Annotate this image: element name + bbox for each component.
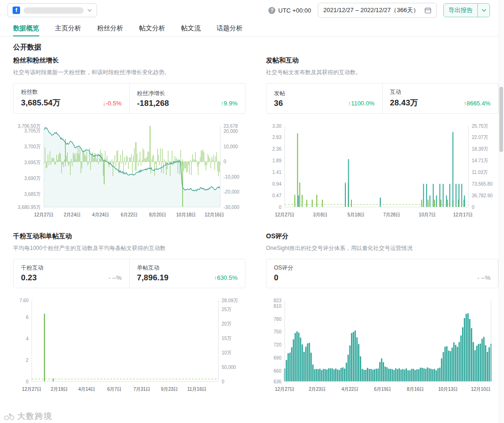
- watermark: 大数跨境: [4, 411, 53, 422]
- svg-text:12月27日: 12月27日: [34, 212, 54, 217]
- panel-description: 社交号该时段最新一天粉丝数，和该时段粉丝净增长变化趋势。: [13, 69, 245, 76]
- svg-text:20,000: 20,000: [224, 129, 238, 134]
- fans-growth-chart[interactable]: 3,706.50万3,705万3,700万3,695万3,690万3,685万3…: [13, 121, 245, 220]
- svg-text:7月31日: 7月31日: [133, 387, 151, 392]
- stat-card: 发帖 36 ↑1100.0% 互动 28.43万 ↑8665.4%: [266, 83, 498, 114]
- tab-fans-analysis[interactable]: 粉丝分析: [97, 21, 123, 36]
- tab-topic-analysis[interactable]: 话题分析: [217, 21, 243, 36]
- timezone-label: UTC +00:00: [278, 7, 311, 14]
- stat-per-1000-fans: 千粉互动 0.23 - --%: [14, 259, 129, 288]
- svg-text:2: 2: [26, 358, 28, 363]
- svg-text:2月24日: 2月24日: [64, 212, 81, 217]
- panel-grid: 粉丝和粉丝增长 社交号该时段最新一天粉丝数，和该时段粉丝净增长变化趋势。 粉丝数…: [13, 56, 491, 395]
- watermark-logo-icon: [4, 412, 15, 421]
- svg-text:3,685万: 3,685万: [24, 192, 41, 197]
- export-options-button[interactable]: [477, 4, 490, 17]
- svg-text:810: 810: [273, 304, 281, 309]
- stat-value: 28.43万: [390, 97, 419, 108]
- stat-delta: - --%: [108, 274, 121, 283]
- svg-text:1.89: 1.89: [273, 158, 282, 163]
- svg-text:0: 0: [279, 205, 281, 210]
- svg-text:25.75万: 25.75万: [472, 124, 488, 129]
- svg-text:-20,000: -20,000: [224, 189, 239, 194]
- date-range-label: 2021/12/27 – 2022/12/27（366天）: [323, 6, 419, 14]
- svg-text:0.94: 0.94: [273, 181, 282, 187]
- stat-delta: ↑8665.4%: [463, 100, 490, 108]
- svg-text:3,695万: 3,695万: [24, 160, 41, 165]
- svg-text:14.71万: 14.71万: [472, 158, 488, 163]
- stat-card: 粉丝数 3,685.54万 ↓-0.5% 粉丝净增长 -181,268 ↑9.9…: [13, 83, 245, 114]
- svg-text:4月22日: 4月22日: [342, 387, 359, 392]
- svg-text:20万: 20万: [222, 321, 231, 326]
- svg-text:6月7日: 6月7日: [107, 387, 122, 392]
- stat-card: 千粉互动 0.23 - --% 单帖互动 7,896.19 ↑630.5%: [13, 259, 245, 288]
- svg-text:750: 750: [273, 329, 281, 334]
- scrollbar[interactable]: [498, 0, 504, 423]
- svg-text:10月7日: 10月7日: [419, 212, 436, 217]
- per-fan-engagement-chart[interactable]: 7.60642028.09万25万20万15万10万50,000012月27日2…: [13, 296, 245, 395]
- svg-text:780: 780: [273, 317, 281, 322]
- chevron-down-icon: [482, 9, 486, 12]
- os-score-chart[interactable]: 82381078075072069066063612月27日2月23日4月22日…: [266, 296, 498, 395]
- stat-value: 7,896.19: [137, 273, 169, 283]
- stat-label: 互动: [390, 88, 419, 96]
- tab-bar: 数据概览 主页分析 粉丝分析 帖文分析 帖文流 话题分析: [0, 21, 504, 36]
- svg-text:15万: 15万: [222, 336, 231, 341]
- svg-text:636: 636: [273, 379, 281, 384]
- svg-text:0: 0: [472, 205, 475, 210]
- stat-engagement: 互动 28.43万 ↑8665.4%: [382, 83, 498, 113]
- svg-text:1.41: 1.41: [273, 170, 282, 175]
- tab-post-stream[interactable]: 帖文流: [181, 21, 201, 36]
- tab-data-overview[interactable]: 数据概览: [13, 21, 39, 36]
- account-name-redacted: [24, 7, 84, 14]
- svg-text:0: 0: [26, 379, 28, 384]
- stat-delta: ↓-0.5%: [103, 100, 121, 108]
- stat-label: 粉丝数: [21, 88, 61, 96]
- svg-text:-10,000: -10,000: [224, 174, 239, 180]
- svg-text:3,700万: 3,700万: [24, 144, 41, 149]
- panel-description: 平均每1000个粉丝产生的互动数及平均每条帖文获得的互动数: [13, 244, 245, 252]
- account-selector[interactable]: f: [7, 3, 97, 17]
- stat-value: 36: [274, 99, 285, 108]
- export-report-button[interactable]: 导出报告: [443, 3, 490, 17]
- panel-title: 千粉互动和单帖互动: [13, 232, 245, 241]
- svg-text:12月16日: 12月16日: [204, 212, 224, 217]
- top-bar-right: ? UTC +00:00 2021/12/27 – 2022/12/27（366…: [268, 3, 490, 18]
- question-circle-icon[interactable]: ?: [268, 7, 275, 14]
- svg-text:-30,000: -30,000: [224, 205, 239, 210]
- calendar-icon: [425, 7, 431, 14]
- scrollbar-thumb[interactable]: [499, 87, 503, 152]
- svg-text:0: 0: [224, 159, 226, 164]
- export-report-label: 导出报告: [444, 4, 477, 17]
- svg-text:18.39万: 18.39万: [472, 146, 488, 152]
- svg-text:4: 4: [26, 336, 28, 341]
- svg-text:23,678: 23,678: [224, 124, 238, 129]
- svg-text:6月19日: 6月19日: [374, 387, 392, 392]
- svg-text:3.30: 3.30: [273, 124, 282, 129]
- svg-text:50,000: 50,000: [222, 365, 236, 370]
- svg-text:3,680.95万: 3,680.95万: [18, 205, 41, 210]
- panel-title: OS评分: [266, 232, 498, 241]
- tab-post-analysis[interactable]: 帖文分析: [139, 21, 165, 36]
- svg-text:11月16日: 11月16日: [187, 387, 207, 392]
- stat-label: OS评分: [274, 264, 293, 272]
- svg-text:6月22日: 6月22日: [121, 212, 138, 217]
- svg-text:6: 6: [26, 315, 28, 320]
- section-title: 公开数据: [13, 43, 491, 52]
- svg-text:9月23日: 9月23日: [161, 387, 178, 392]
- svg-text:4月24日: 4月24日: [92, 212, 109, 217]
- panel-description: OneSight推出的社交号评分体系，用以量化社交号运营情况: [266, 244, 498, 252]
- date-range-picker[interactable]: 2021/12/27 – 2022/12/27（366天）: [318, 3, 437, 18]
- panel-title: 发帖和互动: [266, 56, 498, 65]
- stat-label: 粉丝净增长: [137, 90, 169, 97]
- tab-homepage-analysis[interactable]: 主页分析: [55, 21, 81, 36]
- stat-value: -181,268: [137, 99, 169, 108]
- stat-value: 0.23: [21, 273, 43, 283]
- svg-text:10月13日: 10月13日: [438, 387, 458, 392]
- stat-card: OS评分 0 - --%: [266, 259, 498, 288]
- svg-text:11.03万: 11.03万: [472, 170, 488, 175]
- stat-fans-count: 粉丝数 3,685.54万 ↓-0.5%: [14, 83, 129, 113]
- posts-engagement-chart[interactable]: 3.302.832.361.891.410.940.47025.75万22.07…: [266, 121, 498, 220]
- svg-text:823: 823: [273, 298, 281, 303]
- panel-os-score: OS评分 OneSight推出的社交号评分体系，用以量化社交号运营情况 OS评分…: [266, 232, 498, 395]
